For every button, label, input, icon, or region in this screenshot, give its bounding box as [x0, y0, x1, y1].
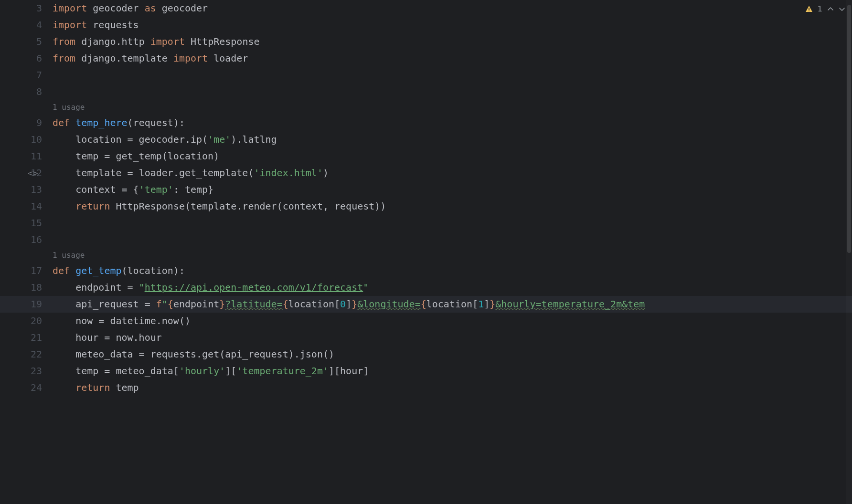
- warning-icon[interactable]: [805, 5, 813, 13]
- line-number: 9: [36, 115, 42, 131]
- code-line[interactable]: 14 return HttpResponse(template.render(c…: [0, 198, 852, 215]
- prev-highlight-button[interactable]: [827, 6, 834, 12]
- gutter-cell[interactable]: 4: [0, 17, 48, 33]
- code-content[interactable]: return temp: [48, 379, 139, 396]
- gutter-cell[interactable]: 19: [0, 296, 48, 313]
- line-number: 17: [31, 262, 42, 279]
- warning-count: 1: [818, 4, 822, 13]
- code-content[interactable]: from django.http import HttpResponse: [48, 33, 260, 50]
- code-content[interactable]: from django.template import loader: [48, 50, 248, 67]
- gutter-cell[interactable]: 9: [0, 115, 48, 131]
- code-line[interactable]: 17def get_temp(location):: [0, 262, 852, 279]
- code-content[interactable]: [48, 67, 53, 84]
- code-content[interactable]: return HttpResponse(template.render(cont…: [48, 198, 386, 215]
- gutter-cell[interactable]: 5: [0, 33, 48, 50]
- gutter-cell[interactable]: 6: [0, 50, 48, 67]
- line-number: 6: [36, 50, 42, 67]
- code-content[interactable]: location = geocoder.ip('me').latlng: [48, 131, 277, 148]
- gutter-cell[interactable]: 20: [0, 313, 48, 329]
- code-line[interactable]: 9def temp_here(request):: [0, 115, 852, 131]
- code-content[interactable]: context = {'temp': temp}: [48, 181, 213, 198]
- gutter-cell[interactable]: 24: [0, 379, 48, 396]
- code-line[interactable]: 13 context = {'temp': temp}: [0, 181, 852, 198]
- code-line[interactable]: 20 now = datetime.now(): [0, 313, 852, 329]
- scrollbar-thumb[interactable]: [847, 5, 851, 253]
- code-line[interactable]: 16: [0, 231, 852, 248]
- gutter-cell[interactable]: <>12: [0, 165, 48, 181]
- gutter-cell[interactable]: 15: [0, 215, 48, 231]
- code-content[interactable]: def get_temp(location):: [48, 262, 185, 279]
- code-content[interactable]: def temp_here(request):: [48, 115, 185, 131]
- line-number: 5: [36, 33, 42, 50]
- line-number: 13: [31, 181, 42, 198]
- line-number: 7: [36, 67, 42, 84]
- inlay-hint-row: 1 usage: [0, 248, 852, 262]
- code-content[interactable]: api_request = f"{endpoint}?latitude={loc…: [48, 296, 645, 313]
- code-line[interactable]: 11 temp = get_temp(location): [0, 148, 852, 165]
- code-content[interactable]: temp = meteo_data['hourly']['temperature…: [48, 363, 369, 379]
- code-content[interactable]: now = datetime.now(): [48, 313, 191, 329]
- gutter-cell[interactable]: 14: [0, 198, 48, 215]
- code-content[interactable]: [48, 215, 53, 231]
- gutter-cell[interactable]: 17: [0, 262, 48, 279]
- code-line[interactable]: 21 hour = now.hour: [0, 329, 852, 346]
- line-number: 20: [31, 313, 42, 329]
- gutter-cell[interactable]: 7: [0, 67, 48, 84]
- next-highlight-button[interactable]: [839, 6, 845, 12]
- code-content[interactable]: import geocoder as geocoder: [48, 0, 208, 17]
- line-number: 21: [31, 329, 42, 346]
- gutter-cell[interactable]: 23: [0, 363, 48, 379]
- code-line[interactable]: <>12 template = loader.get_template('ind…: [0, 165, 852, 181]
- usages-inlay[interactable]: 1 usage: [48, 248, 85, 262]
- code-line[interactable]: 5from django.http import HttpResponse: [0, 33, 852, 50]
- gutter-border: [48, 0, 48, 504]
- gutter-cell[interactable]: 21: [0, 329, 48, 346]
- line-number: 11: [31, 148, 42, 165]
- gutter-cell[interactable]: 13: [0, 181, 48, 198]
- code-line[interactable]: 18 endpoint = "https://api.open-meteo.co…: [0, 279, 852, 296]
- code-content[interactable]: temp = get_temp(location): [48, 148, 219, 165]
- code-line[interactable]: 15: [0, 215, 852, 231]
- inlay-hint-row: 1 usage: [0, 100, 852, 115]
- code-editor[interactable]: 1 3import geocoder as geocoder4import re…: [0, 0, 852, 504]
- line-number: 3: [36, 0, 42, 17]
- gutter-cell[interactable]: 11: [0, 148, 48, 165]
- svg-rect-0: [809, 8, 809, 10]
- line-number: 23: [31, 363, 42, 379]
- code-content[interactable]: meteo_data = requests.get(api_request).j…: [48, 346, 334, 363]
- line-number: 14: [31, 198, 42, 215]
- code-line[interactable]: 23 temp = meteo_data['hourly']['temperat…: [0, 363, 852, 379]
- code-line[interactable]: 22 meteo_data = requests.get(api_request…: [0, 346, 852, 363]
- gutter-cell[interactable]: 18: [0, 279, 48, 296]
- code-line[interactable]: 19 api_request = f"{endpoint}?latitude={…: [0, 296, 852, 313]
- code-line[interactable]: 6from django.template import loader: [0, 50, 852, 67]
- gutter-cell[interactable]: 8: [0, 84, 48, 100]
- related-tag-icon[interactable]: <>: [28, 165, 38, 181]
- code-content[interactable]: import requests: [48, 17, 139, 33]
- gutter-cell[interactable]: 16: [0, 231, 48, 248]
- code-line[interactable]: 4import requests: [0, 17, 852, 33]
- code-content[interactable]: [48, 231, 53, 248]
- editor-scrollbar[interactable]: [846, 0, 852, 504]
- code-content[interactable]: hour = now.hour: [48, 329, 162, 346]
- code-lines[interactable]: 3import geocoder as geocoder4import requ…: [0, 0, 852, 504]
- gutter-cell[interactable]: 3: [0, 0, 48, 17]
- line-number: 24: [31, 379, 42, 396]
- line-number: 4: [36, 17, 42, 33]
- code-line[interactable]: 8: [0, 84, 852, 100]
- code-line[interactable]: 7: [0, 67, 852, 84]
- line-number: 22: [31, 346, 42, 363]
- code-content[interactable]: template = loader.get_template('index.ht…: [48, 165, 329, 181]
- code-line[interactable]: 3import geocoder as geocoder: [0, 0, 852, 17]
- code-content[interactable]: [48, 84, 53, 100]
- code-line[interactable]: 10 location = geocoder.ip('me').latlng: [0, 131, 852, 148]
- code-content[interactable]: endpoint = "https://api.open-meteo.com/v…: [48, 279, 369, 296]
- gutter-cell[interactable]: 22: [0, 346, 48, 363]
- line-number: 19: [31, 296, 42, 313]
- gutter-cell[interactable]: 10: [0, 131, 48, 148]
- gutter-cell: [0, 100, 48, 115]
- code-line[interactable]: 24 return temp: [0, 379, 852, 396]
- gutter-cell: [0, 248, 48, 262]
- inspection-overlay: 1: [802, 3, 848, 15]
- usages-inlay[interactable]: 1 usage: [48, 100, 85, 115]
